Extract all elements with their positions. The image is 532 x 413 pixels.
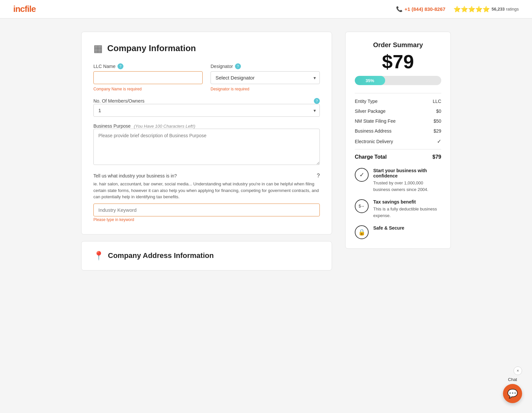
char-left-note: (You Have 100 Characters Left!) [133, 124, 195, 129]
industry-input[interactable] [93, 204, 320, 216]
llc-name-input[interactable] [93, 71, 203, 84]
trust-secure-text: Safe & Secure [373, 225, 404, 232]
chat-label: Chat [508, 377, 517, 382]
progress-label: 35% [366, 78, 374, 83]
llc-name-group: LLC Name ? Company Name is required [93, 63, 203, 91]
electronic-delivery-value: ✓ [437, 138, 441, 144]
company-address-card: 📍 Company Address Information [81, 241, 332, 270]
designator-help-icon[interactable]: ? [235, 63, 241, 69]
tax-desc: This is a fully deductible business expe… [373, 206, 441, 219]
members-group: No. Of Members/Owners ? 1 ▾ [93, 98, 320, 117]
trust-tax-text: Tax savings benefit This is a fully dedu… [373, 199, 441, 219]
charge-total-value: $79 [432, 154, 441, 160]
logo: incfile [13, 4, 36, 14]
tax-title: Tax savings benefit [373, 199, 441, 205]
industry-description: ie. hair salon, accountant, bar owner, s… [93, 181, 320, 200]
trust-secure: 🔒 Safe & Secure [355, 225, 441, 239]
business-address-label: Business Address [355, 128, 391, 134]
phone-icon: 📞 [396, 6, 403, 12]
llc-name-help-icon[interactable]: ? [117, 63, 123, 69]
industry-help-icon[interactable]: ? [317, 173, 320, 179]
order-divider [355, 93, 441, 93]
company-info-icon: ▦ [93, 43, 103, 54]
order-price: $79 [355, 52, 441, 71]
industry-label: Tell us what industry your business is i… [93, 173, 177, 178]
llc-name-label-row: LLC Name ? [93, 63, 203, 69]
business-purpose-group: Business Purpose (You Have 100 Character… [93, 123, 320, 166]
phone-number: +1 (844) 830-8267 [405, 6, 446, 12]
industry-error: Please type in keyword [93, 217, 134, 222]
chat-container: × Chat 💬 [503, 366, 522, 403]
designator-select-wrapper: Select Designator ▾ [211, 71, 320, 84]
entity-type-value: LLC [433, 99, 441, 104]
designator-error: Designator is required [211, 87, 320, 91]
trust-confidence-text: Start your business with confidence Trus… [373, 168, 441, 193]
members-select[interactable]: 1 [93, 104, 320, 117]
state-filing-line: NM State Filing Fee $50 [355, 118, 441, 124]
right-panel: Order Summary $79 35% Entity Type LLC Si… [345, 32, 451, 249]
charge-total-row: Charge Total $79 [355, 149, 441, 160]
star-icon: ⭐⭐⭐⭐⭐ [453, 6, 490, 13]
silver-package-line: Silver Package $0 [355, 109, 441, 114]
ratings: ⭐⭐⭐⭐⭐ 56,233 ratings [453, 6, 519, 13]
electronic-delivery-label: Electronic Delivery [355, 139, 393, 144]
confidence-icon: ✓ [355, 168, 369, 182]
ratings-text: 56,233 ratings [492, 7, 519, 12]
tax-icon: $↔ [355, 199, 369, 213]
charge-total-label: Charge Total [355, 154, 387, 160]
llc-designator-row: LLC Name ? Company Name is required Desi… [93, 63, 320, 91]
secure-icon: 🔒 [355, 225, 369, 239]
trust-tax: $↔ Tax savings benefit This is a fully d… [355, 199, 441, 219]
order-summary-title: Order Summary [355, 41, 441, 49]
members-help-icon[interactable]: ? [314, 98, 320, 104]
ratings-label: ratings [506, 7, 519, 12]
members-label: No. Of Members/Owners [93, 98, 145, 104]
industry-label-row: Tell us what industry your business is i… [93, 173, 320, 179]
electronic-delivery-line: Electronic Delivery ✓ [355, 138, 441, 144]
state-filing-value: $50 [434, 118, 441, 124]
secure-title: Safe & Secure [373, 225, 404, 231]
card-header: ▦ Company Information [93, 43, 320, 54]
llc-name-label: LLC Name [93, 64, 116, 69]
main-content: ▦ Company Information LLC Name ? Company… [68, 18, 464, 284]
designator-group: Designator ? Select Designator ▾ Designa… [211, 63, 320, 91]
address-header: 📍 Company Address Information [93, 251, 320, 261]
members-select-wrapper: 1 ▾ [93, 104, 320, 117]
company-info-card: ▦ Company Information LLC Name ? Company… [81, 32, 332, 235]
chat-close-button[interactable]: × [514, 366, 522, 375]
logo-text: incfile [13, 4, 36, 14]
state-filing-label: NM State Filing Fee [355, 118, 396, 124]
site-header: incfile 📞 +1 (844) 830-8267 ⭐⭐⭐⭐⭐ 56,233… [0, 0, 532, 18]
trust-section: ✓ Start your business with confidence Tr… [355, 168, 441, 239]
business-purpose-label-row: Business Purpose (You Have 100 Character… [93, 123, 320, 129]
designator-label-row: Designator ? [211, 63, 320, 69]
left-panel: ▦ Company Information LLC Name ? Company… [81, 32, 332, 270]
entity-type-label: Entity Type [355, 99, 378, 104]
llc-name-error: Company Name is required [93, 87, 203, 91]
industry-section: Tell us what industry your business is i… [93, 173, 320, 222]
chat-button[interactable]: 💬 [503, 384, 522, 403]
designator-select[interactable]: Select Designator [211, 71, 320, 84]
members-label-row: No. Of Members/Owners ? [93, 98, 320, 104]
order-summary-card: Order Summary $79 35% Entity Type LLC Si… [345, 32, 451, 249]
business-address-value: $29 [434, 128, 441, 134]
progress-container: 35% [355, 76, 441, 85]
business-address-line: Business Address $29 [355, 128, 441, 134]
silver-package-value: $0 [436, 109, 441, 114]
address-icon: 📍 [93, 251, 104, 261]
business-purpose-textarea[interactable] [93, 129, 320, 165]
address-title: Company Address Information [108, 251, 214, 260]
trust-confidence: ✓ Start your business with confidence Tr… [355, 168, 441, 193]
progress-bar: 35% [355, 76, 385, 85]
silver-package-label: Silver Package [355, 109, 385, 114]
ratings-count: 56,233 [492, 7, 505, 12]
phone-link[interactable]: 📞 +1 (844) 830-8267 [396, 6, 446, 12]
entity-type-line: Entity Type LLC [355, 99, 441, 104]
header-right: 📞 +1 (844) 830-8267 ⭐⭐⭐⭐⭐ 56,233 ratings [396, 6, 519, 13]
card-title: Company Information [107, 43, 196, 53]
designator-label: Designator [211, 64, 233, 69]
confidence-desc: Trusted by over 1,000,000 business owner… [373, 180, 441, 193]
business-purpose-label: Business Purpose [93, 123, 131, 129]
confidence-title: Start your business with confidence [373, 168, 441, 178]
